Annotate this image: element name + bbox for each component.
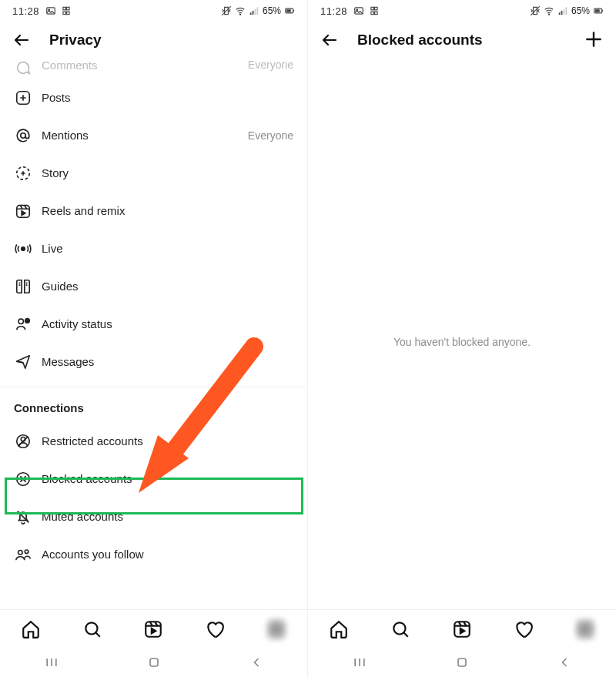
app-bar: Privacy xyxy=(0,22,307,59)
svg-rect-50 xyxy=(595,9,600,12)
svg-rect-42 xyxy=(375,12,378,15)
nav-search[interactable] xyxy=(82,619,102,639)
sys-recents[interactable] xyxy=(44,655,59,670)
svg-point-20 xyxy=(18,319,23,323)
svg-rect-39 xyxy=(371,7,374,10)
row-label: Blocked accounts xyxy=(42,472,132,485)
sys-back-icon xyxy=(557,655,572,670)
sys-back-icon xyxy=(249,655,264,670)
plus-square-icon xyxy=(15,89,32,106)
row-label: Guides xyxy=(42,280,79,293)
reels-nav-icon xyxy=(143,619,163,639)
home-icon xyxy=(21,619,41,639)
row-posts[interactable]: Posts xyxy=(0,79,307,116)
back-arrow-icon xyxy=(12,31,31,49)
svg-rect-40 xyxy=(375,7,378,10)
wifi-icon xyxy=(544,5,554,16)
row-label: Muted accounts xyxy=(42,510,123,523)
nav-search[interactable] xyxy=(390,619,410,639)
svg-rect-10 xyxy=(255,9,256,15)
row-comments[interactable]: Comments Everyone xyxy=(0,59,307,79)
row-label: Messages xyxy=(42,355,94,368)
row-live[interactable]: Live xyxy=(0,230,307,267)
row-story[interactable]: Story xyxy=(0,154,307,192)
svg-rect-41 xyxy=(371,12,374,15)
nav-profile[interactable] xyxy=(575,619,595,639)
svg-rect-46 xyxy=(561,11,563,15)
row-restricted[interactable]: Restricted accounts xyxy=(0,422,307,460)
heart-icon xyxy=(514,619,534,639)
nav-profile[interactable] xyxy=(266,619,286,639)
section-connections: Connections xyxy=(0,387,307,422)
heart-icon xyxy=(205,619,225,639)
book-icon xyxy=(15,278,32,295)
row-label: Comments xyxy=(42,59,98,72)
sys-home[interactable] xyxy=(454,655,470,670)
people-icon xyxy=(15,546,32,563)
row-label: Restricted accounts xyxy=(42,434,143,447)
row-label: Accounts you follow xyxy=(42,548,144,561)
status-time: 11:28 xyxy=(320,5,347,17)
wifi-icon xyxy=(235,5,246,16)
nav-reels[interactable] xyxy=(143,619,163,639)
nav-home[interactable] xyxy=(21,619,41,639)
svg-rect-36 xyxy=(150,659,158,666)
svg-rect-2 xyxy=(63,7,66,10)
activity-icon xyxy=(15,316,32,333)
row-accounts-follow[interactable]: Accounts you follow xyxy=(0,535,307,573)
row-guides[interactable]: Guides xyxy=(0,267,307,305)
sys-recents[interactable] xyxy=(352,655,367,670)
nav-activity[interactable] xyxy=(514,619,534,639)
svg-rect-5 xyxy=(67,12,70,15)
back-button[interactable] xyxy=(11,29,32,51)
row-blocked[interactable]: Blocked accounts xyxy=(0,460,307,498)
empty-state-text: You haven't blocked anyone. xyxy=(308,336,616,348)
svg-point-31 xyxy=(85,622,97,634)
add-button[interactable] xyxy=(584,29,605,51)
back-button[interactable] xyxy=(319,29,340,51)
status-battery: 65% xyxy=(263,5,281,16)
nav-home[interactable] xyxy=(329,619,349,639)
row-tail: Everyone xyxy=(248,129,293,142)
svg-rect-9 xyxy=(253,11,254,15)
live-icon xyxy=(15,240,32,257)
svg-rect-13 xyxy=(286,9,291,12)
sys-home-icon xyxy=(454,655,470,670)
search-icon xyxy=(390,619,410,639)
nav-reels[interactable] xyxy=(452,619,472,639)
sys-home[interactable] xyxy=(146,655,162,670)
svg-rect-3 xyxy=(67,7,70,10)
row-mentions[interactable]: Mentions Everyone xyxy=(0,116,307,154)
svg-rect-11 xyxy=(256,7,258,15)
bottom-nav xyxy=(308,609,616,648)
svg-rect-51 xyxy=(602,10,603,12)
signal-icon xyxy=(249,5,259,16)
svg-point-19 xyxy=(22,246,25,250)
status-time: 11:28 xyxy=(12,5,39,17)
stack-icon xyxy=(369,5,380,16)
sys-back[interactable] xyxy=(249,655,264,670)
row-activity-status[interactable]: Activity status xyxy=(0,305,307,343)
plus-icon xyxy=(584,29,604,49)
story-plus-icon xyxy=(15,165,32,182)
vibrate-icon xyxy=(221,5,232,16)
row-messages[interactable]: Messages xyxy=(0,343,307,380)
image-icon xyxy=(353,5,364,16)
status-bar: 11:28 65% xyxy=(308,0,616,22)
sys-back[interactable] xyxy=(557,655,572,670)
status-bar: 11:28 65% xyxy=(0,0,307,22)
svg-rect-14 xyxy=(293,10,294,12)
blocked-accounts-screen: 11:28 65% Blocked accounts You haven't b… xyxy=(308,0,616,677)
nav-activity[interactable] xyxy=(205,619,225,639)
row-reels[interactable]: Reels and remix xyxy=(0,192,307,230)
reels-nav-icon xyxy=(452,619,472,639)
image-icon xyxy=(45,5,56,16)
back-arrow-icon xyxy=(320,31,339,49)
comment-icon xyxy=(15,59,32,76)
svg-point-27 xyxy=(18,550,22,555)
row-label: Activity status xyxy=(42,317,112,330)
row-muted[interactable]: Muted accounts xyxy=(0,498,307,535)
svg-point-52 xyxy=(393,622,405,634)
battery-icon xyxy=(593,5,604,16)
svg-rect-47 xyxy=(564,9,565,15)
